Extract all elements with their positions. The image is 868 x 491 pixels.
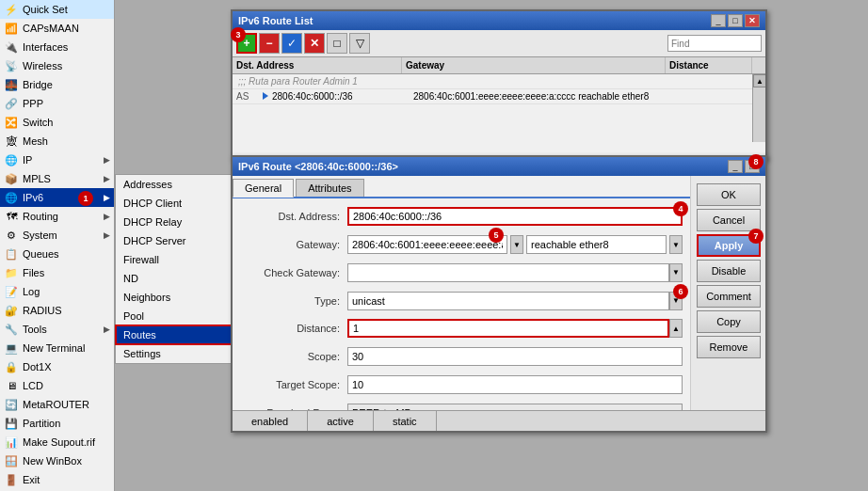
- sidebar-item-label: IP: [23, 154, 32, 166]
- gateway-label: Gateway:: [240, 239, 344, 250]
- target-scope-input[interactable]: [347, 375, 683, 394]
- sidebar-item-label: Routing: [23, 211, 58, 222]
- sidebar-item-make-supout[interactable]: 📊 Make Supout.rif: [0, 433, 114, 451]
- close-button[interactable]: ✕: [745, 14, 760, 27]
- dot1x-icon: 🔒: [4, 359, 19, 374]
- tab-attributes[interactable]: Attributes: [296, 179, 363, 197]
- queues-icon: 📋: [4, 246, 19, 261]
- route-scrollbar[interactable]: ▲: [752, 74, 765, 142]
- system-arrow: ▶: [104, 230, 110, 240]
- copy-button[interactable]: Copy: [697, 310, 761, 333]
- sidebar-item-mesh[interactable]: 🕸 Mesh: [0, 132, 114, 150]
- wireless-icon: 📡: [4, 58, 19, 73]
- disable-button[interactable]: Disable: [697, 260, 761, 282]
- sidebar-item-metarouter[interactable]: 🔄 MetaROUTER: [0, 395, 114, 414]
- enable-route-button[interactable]: ✓: [281, 33, 302, 54]
- ipv6-arrow: ▶: [104, 193, 110, 202]
- sidebar-item-switch[interactable]: 🔀 Switch: [0, 113, 114, 132]
- route-list-title: IPv6 Route List: [238, 15, 313, 26]
- gateway-dropdown-arrow[interactable]: ▼: [510, 235, 523, 254]
- check-gateway-dropdown[interactable]: ▼: [669, 263, 683, 282]
- disable-route-button[interactable]: ✕: [304, 33, 325, 54]
- sidebar-item-label: Interfaces: [23, 41, 68, 53]
- sidebar-item-ppp[interactable]: 🔗 PPP: [0, 94, 114, 113]
- sidebar-item-lcd[interactable]: 🖥 LCD: [0, 376, 114, 395]
- distance-input[interactable]: [347, 319, 669, 338]
- submenu-settings[interactable]: Settings: [116, 344, 241, 363]
- sidebar-item-system[interactable]: ⚙ System ▶: [0, 226, 114, 245]
- sidebar-item-radius[interactable]: 🔐 RADIUS: [0, 301, 114, 320]
- sidebar-item-interfaces[interactable]: 🔌 Interfaces: [0, 38, 114, 56]
- submenu-routes[interactable]: Routes 2: [116, 325, 241, 344]
- submenu-dhcp-relay[interactable]: DHCP Relay: [116, 213, 241, 231]
- submenu-firewall-label: Firewall: [123, 254, 159, 265]
- check-gateway-input[interactable]: [347, 263, 669, 282]
- sidebar-item-new-winbox[interactable]: 🪟 New WinBox: [0, 451, 114, 470]
- sidebar-item-quick-set[interactable]: ⚡ Quick Set: [0, 0, 114, 19]
- badge-6: 6: [673, 284, 688, 299]
- sidebar-item-routing[interactable]: 🗺 Routing ▶: [0, 207, 114, 226]
- submenu-pool-label: Pool: [123, 310, 144, 322]
- sidebar-item-ip[interactable]: 🌐 IP ▶: [0, 150, 114, 169]
- distance-scroll-up[interactable]: ▲: [669, 319, 683, 338]
- copy-route-button[interactable]: □: [327, 33, 347, 54]
- sidebar-item-label: Quick Set: [23, 4, 68, 15]
- filter-button[interactable]: ▽: [349, 33, 370, 54]
- table-row[interactable]: AS 2806:40c:6000::/36 2806:40c:6001:eeee…: [233, 89, 765, 104]
- type-input[interactable]: [347, 292, 669, 310]
- sidebar-item-exit[interactable]: 🚪 Exit: [0, 470, 114, 489]
- submenu-firewall[interactable]: Firewall: [116, 250, 241, 269]
- sidebar-item-bridge[interactable]: 🌉 Bridge: [0, 75, 114, 94]
- sidebar-item-label: Partition: [23, 418, 60, 429]
- maximize-button[interactable]: □: [728, 14, 743, 27]
- sidebar-item-ipv6[interactable]: 🌐 IPv6 ▶ 1: [0, 188, 114, 207]
- gateway-suffix-dropdown[interactable]: ▼: [669, 235, 683, 254]
- table-row[interactable]: ;;; Ruta para Router Admin 1: [233, 74, 765, 89]
- status-static: static: [374, 411, 437, 431]
- sidebar-item-new-terminal[interactable]: 💻 New Terminal: [0, 339, 114, 357]
- target-scope-label: Target Scope:: [240, 379, 344, 390]
- submenu-pool[interactable]: Pool: [116, 307, 241, 325]
- sidebar-item-partition[interactable]: 💾 Partition: [0, 414, 114, 433]
- sidebar-item-label: Tools: [23, 324, 47, 335]
- cancel-button[interactable]: Cancel: [697, 209, 761, 231]
- submenu-addresses[interactable]: Addresses: [116, 175, 241, 194]
- ok-button[interactable]: OK: [697, 183, 761, 206]
- gateway-suffix-input[interactable]: [526, 235, 667, 254]
- scrollbar-up-button[interactable]: ▲: [753, 74, 765, 87]
- scope-input[interactable]: [347, 347, 683, 366]
- minimize-button[interactable]: _: [711, 14, 726, 27]
- check-gateway-label: Check Gateway:: [240, 267, 344, 278]
- system-icon: ⚙: [4, 228, 19, 243]
- sidebar-item-mpls[interactable]: 📦 MPLS ▶: [0, 169, 114, 188]
- routing-arrow: ▶: [104, 212, 110, 221]
- submenu-dhcp-server[interactable]: DHCP Server: [116, 231, 241, 250]
- sidebar-item-tools[interactable]: 🔧 Tools ▶: [0, 320, 114, 339]
- gateway-input[interactable]: [347, 235, 507, 254]
- sidebar-item-label: Exit: [23, 474, 40, 485]
- remove-route-button[interactable]: −: [259, 33, 280, 54]
- sidebar-item-capsman[interactable]: 📶 CAPsMAAN: [0, 19, 114, 38]
- sidebar-item-label: PPP: [23, 98, 43, 109]
- submenu-nd[interactable]: ND: [116, 269, 241, 288]
- sidebar-item-files[interactable]: 📁 Files: [0, 263, 114, 282]
- sidebar-item-label: MPLS: [23, 173, 51, 184]
- edit-minimize-button[interactable]: _: [728, 160, 743, 173]
- tools-icon: 🔧: [4, 322, 19, 337]
- submenu-settings-label: Settings: [123, 348, 161, 359]
- submenu-addresses-label: Addresses: [123, 179, 172, 190]
- submenu-neighbors[interactable]: Neighbors: [116, 288, 241, 307]
- sidebar-item-wireless[interactable]: 📡 Wireless: [0, 56, 114, 75]
- status-enabled: enabled: [233, 411, 308, 431]
- submenu-dhcp-client[interactable]: DHCP Client: [116, 194, 241, 213]
- sidebar-item-queues[interactable]: 📋 Queues: [0, 245, 114, 263]
- sidebar-item-log[interactable]: 📝 Log: [0, 282, 114, 301]
- remove-button[interactable]: Remove: [697, 336, 761, 358]
- route-list-titlebar: IPv6 Route List _ □ ✕: [233, 11, 765, 30]
- triangle-icon: [263, 91, 268, 102]
- sidebar-item-dot1x[interactable]: 🔒 Dot1X: [0, 357, 114, 376]
- comment-button[interactable]: Comment: [697, 285, 761, 308]
- find-input[interactable]: [667, 35, 762, 52]
- dst-address-input[interactable]: [347, 207, 683, 226]
- tab-general[interactable]: General: [233, 179, 294, 198]
